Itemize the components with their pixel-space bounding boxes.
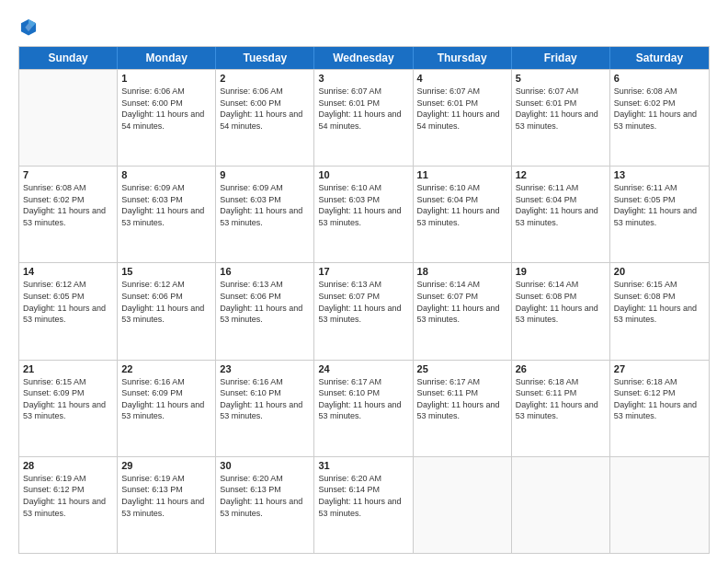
day-cell: 13Sunrise: 6:11 AMSunset: 6:05 PMDayligh… [610, 167, 709, 262]
day-info: Sunrise: 6:14 AMSunset: 6:08 PMDaylight:… [516, 279, 606, 325]
sunrise-label: Sunrise: 6:20 AM [220, 474, 283, 483]
sunset-label: Sunset: 6:02 PM [23, 195, 85, 204]
daylight-label: Daylight: 11 hours and 53 minutes. [516, 304, 598, 325]
sunset-label: Sunset: 6:12 PM [23, 485, 85, 494]
daylight-label: Daylight: 11 hours and 53 minutes. [516, 206, 598, 227]
day-number: 19 [516, 266, 606, 277]
day-info: Sunrise: 6:14 AMSunset: 6:07 PMDaylight:… [417, 279, 507, 325]
daylight-label: Daylight: 11 hours and 53 minutes. [614, 109, 697, 131]
day-info: Sunrise: 6:15 AMSunset: 6:08 PMDaylight:… [614, 279, 705, 325]
sunrise-label: Sunrise: 6:06 AM [121, 86, 185, 96]
day-number: 3 [318, 73, 408, 84]
sunset-label: Sunset: 6:10 PM [318, 388, 380, 397]
calendar: SundayMondayTuesdayWednesdayThursdayFrid… [18, 46, 710, 554]
day-info: Sunrise: 6:08 AMSunset: 6:02 PMDaylight:… [23, 182, 113, 228]
sunrise-label: Sunrise: 6:20 AM [318, 474, 381, 483]
weekday-header: Sunday [19, 47, 118, 69]
daylight-label: Daylight: 11 hours and 53 minutes. [23, 400, 106, 421]
empty-cell [19, 70, 118, 166]
sunrise-label: Sunrise: 6:19 AM [121, 474, 185, 483]
day-cell: 3Sunrise: 6:07 AMSunset: 6:01 PMDaylight… [314, 70, 413, 166]
sunrise-label: Sunrise: 6:11 AM [516, 183, 579, 192]
sunrise-label: Sunrise: 6:10 AM [318, 183, 381, 192]
calendar-week: 7Sunrise: 6:08 AMSunset: 6:02 PMDaylight… [19, 166, 709, 262]
daylight-label: Daylight: 11 hours and 53 minutes. [614, 304, 697, 325]
sunset-label: Sunset: 6:06 PM [220, 292, 281, 301]
day-number: 20 [614, 266, 705, 277]
day-info: Sunrise: 6:20 AMSunset: 6:14 PMDaylight:… [318, 473, 408, 519]
day-info: Sunrise: 6:16 AMSunset: 6:09 PMDaylight:… [121, 376, 211, 422]
daylight-label: Daylight: 11 hours and 53 minutes. [220, 206, 302, 227]
day-info: Sunrise: 6:11 AMSunset: 6:04 PMDaylight:… [516, 182, 606, 228]
sunrise-label: Sunrise: 6:09 AM [220, 183, 283, 192]
day-number: 6 [614, 73, 705, 84]
day-number: 4 [417, 73, 507, 84]
sunrise-label: Sunrise: 6:16 AM [121, 377, 185, 386]
daylight-label: Daylight: 11 hours and 53 minutes. [23, 206, 106, 227]
day-cell: 29Sunrise: 6:19 AMSunset: 6:13 PMDayligh… [118, 457, 216, 553]
day-info: Sunrise: 6:11 AMSunset: 6:05 PMDaylight:… [614, 182, 705, 228]
sunset-label: Sunset: 6:08 PM [614, 292, 676, 301]
day-cell: 7Sunrise: 6:08 AMSunset: 6:02 PMDaylight… [19, 167, 118, 262]
day-number: 17 [318, 266, 408, 277]
day-cell: 4Sunrise: 6:07 AMSunset: 6:01 PMDaylight… [414, 70, 512, 166]
day-cell: 8Sunrise: 6:09 AMSunset: 6:03 PMDaylight… [118, 167, 216, 262]
sunset-label: Sunset: 6:03 PM [220, 195, 281, 204]
day-info: Sunrise: 6:18 AMSunset: 6:11 PMDaylight:… [516, 376, 606, 422]
day-info: Sunrise: 6:06 AMSunset: 6:00 PMDaylight:… [121, 86, 211, 132]
empty-cell [610, 457, 709, 553]
day-cell: 5Sunrise: 6:07 AMSunset: 6:01 PMDaylight… [512, 70, 610, 166]
sunset-label: Sunset: 6:11 PM [516, 388, 577, 397]
day-number: 31 [318, 460, 408, 471]
daylight-label: Daylight: 11 hours and 53 minutes. [121, 304, 204, 325]
day-number: 26 [516, 363, 606, 374]
weekday-header: Wednesday [314, 47, 413, 69]
sunrise-label: Sunrise: 6:06 AM [220, 86, 283, 96]
day-info: Sunrise: 6:13 AMSunset: 6:06 PMDaylight:… [220, 279, 310, 325]
sunset-label: Sunset: 6:00 PM [121, 98, 183, 108]
sunset-label: Sunset: 6:04 PM [516, 195, 577, 204]
day-cell: 11Sunrise: 6:10 AMSunset: 6:04 PMDayligh… [414, 167, 512, 262]
sunset-label: Sunset: 6:03 PM [121, 195, 183, 204]
sunset-label: Sunset: 6:01 PM [417, 98, 479, 108]
day-number: 24 [318, 363, 408, 374]
sunrise-label: Sunrise: 6:12 AM [23, 280, 86, 289]
day-cell: 18Sunrise: 6:14 AMSunset: 6:07 PMDayligh… [414, 263, 512, 359]
day-cell: 20Sunrise: 6:15 AMSunset: 6:08 PMDayligh… [610, 263, 709, 359]
day-number: 15 [121, 266, 211, 277]
logo-icon [18, 17, 39, 37]
day-cell: 6Sunrise: 6:08 AMSunset: 6:02 PMDaylight… [610, 70, 709, 166]
sunset-label: Sunset: 6:07 PM [417, 292, 479, 301]
sunrise-label: Sunrise: 6:08 AM [23, 183, 86, 192]
day-number: 11 [417, 169, 507, 180]
logo [18, 17, 42, 37]
weekday-header: Friday [512, 47, 610, 69]
day-info: Sunrise: 6:20 AMSunset: 6:13 PMDaylight:… [220, 473, 310, 519]
daylight-label: Daylight: 11 hours and 53 minutes. [318, 206, 401, 227]
sunrise-label: Sunrise: 6:08 AM [614, 86, 677, 96]
day-info: Sunrise: 6:19 AMSunset: 6:12 PMDaylight:… [23, 473, 113, 519]
day-number: 2 [220, 73, 310, 84]
sunset-label: Sunset: 6:05 PM [23, 292, 85, 301]
daylight-label: Daylight: 11 hours and 54 minutes. [121, 109, 204, 131]
sunrise-label: Sunrise: 6:15 AM [23, 377, 86, 386]
day-info: Sunrise: 6:17 AMSunset: 6:11 PMDaylight:… [417, 376, 507, 422]
sunset-label: Sunset: 6:01 PM [318, 98, 380, 108]
sunset-label: Sunset: 6:02 PM [614, 98, 676, 108]
sunrise-label: Sunrise: 6:19 AM [23, 474, 86, 483]
calendar-week: 21Sunrise: 6:15 AMSunset: 6:09 PMDayligh… [19, 360, 709, 456]
sunset-label: Sunset: 6:04 PM [417, 195, 479, 204]
day-cell: 27Sunrise: 6:18 AMSunset: 6:12 PMDayligh… [610, 361, 709, 456]
day-info: Sunrise: 6:12 AMSunset: 6:06 PMDaylight:… [121, 279, 211, 325]
day-info: Sunrise: 6:09 AMSunset: 6:03 PMDaylight:… [220, 182, 310, 228]
daylight-label: Daylight: 11 hours and 53 minutes. [23, 304, 106, 325]
page: SundayMondayTuesdayWednesdayThursdayFrid… [0, 0, 728, 563]
sunset-label: Sunset: 6:13 PM [121, 485, 183, 494]
day-cell: 16Sunrise: 6:13 AMSunset: 6:06 PMDayligh… [216, 263, 314, 359]
sunset-label: Sunset: 6:08 PM [516, 292, 577, 301]
empty-cell [414, 457, 512, 553]
day-cell: 22Sunrise: 6:16 AMSunset: 6:09 PMDayligh… [118, 361, 216, 456]
sunset-label: Sunset: 6:14 PM [318, 485, 380, 494]
calendar-week: 1Sunrise: 6:06 AMSunset: 6:00 PMDaylight… [19, 69, 709, 166]
day-info: Sunrise: 6:16 AMSunset: 6:10 PMDaylight:… [220, 376, 310, 422]
